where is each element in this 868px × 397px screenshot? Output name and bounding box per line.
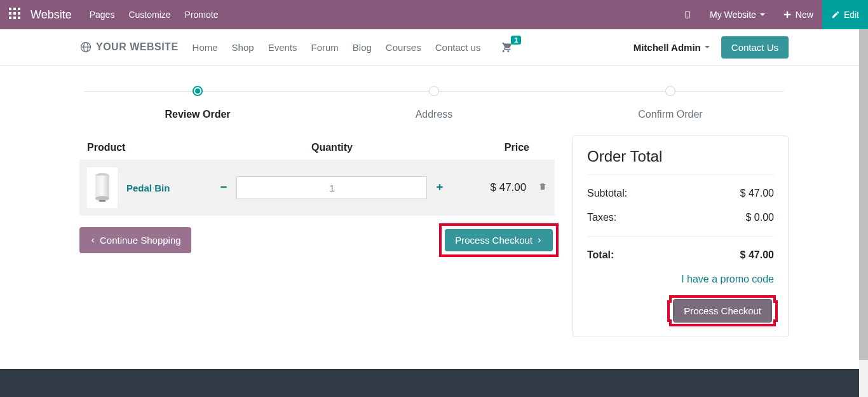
new-button[interactable]: New bbox=[774, 0, 822, 29]
col-product: Product bbox=[79, 136, 192, 160]
page-content: Review Order Address Confirm Order Produ… bbox=[72, 66, 796, 363]
pencil-icon bbox=[831, 10, 840, 19]
nav-events[interactable]: Events bbox=[268, 42, 297, 53]
step-review[interactable]: Review Order bbox=[79, 86, 316, 120]
svg-rect-13 bbox=[437, 186, 443, 187]
mobile-icon bbox=[683, 10, 692, 19]
nav-contact[interactable]: Contact us bbox=[435, 42, 481, 53]
top-menu-pages[interactable]: Pages bbox=[90, 10, 115, 20]
step-dot-icon bbox=[193, 86, 203, 96]
col-price: Price bbox=[472, 136, 555, 160]
cart-table: Product Quantity Price bbox=[79, 136, 555, 216]
nav-forum[interactable]: Forum bbox=[311, 42, 338, 53]
summary-title: Order Total bbox=[587, 148, 774, 165]
scrollbar-thumb[interactable] bbox=[859, 29, 868, 360]
table-row: Pedal Bin bbox=[79, 160, 555, 216]
site-nav: YOUR WEBSITE Home Shop Events Forum Blog… bbox=[0, 29, 868, 66]
svg-rect-3 bbox=[784, 14, 791, 15]
checkout-steps: Review Order Address Confirm Order bbox=[79, 86, 789, 120]
line-price: $ 47.00 bbox=[491, 181, 527, 193]
process-checkout-label: Process Checkout bbox=[455, 235, 532, 246]
edit-button[interactable]: Edit bbox=[822, 0, 868, 29]
remove-line-button[interactable] bbox=[538, 181, 547, 193]
apps-icon[interactable] bbox=[9, 8, 23, 22]
site-nav-links: Home Shop Events Forum Blog Courses Cont… bbox=[193, 42, 481, 53]
chevron-left-icon bbox=[90, 236, 96, 245]
total-label: Total: bbox=[587, 249, 614, 261]
top-bar: Website Pages Customize Promote My Websi… bbox=[0, 0, 868, 29]
globe-icon bbox=[79, 41, 92, 53]
step-label: Review Order bbox=[79, 109, 316, 120]
qty-decrease-button[interactable] bbox=[217, 181, 230, 195]
nav-courses[interactable]: Courses bbox=[386, 42, 421, 53]
subtotal-label: Subtotal: bbox=[587, 188, 627, 199]
cart-column: Product Quantity Price bbox=[79, 136, 555, 253]
highlight-annotation: Process Checkout bbox=[443, 227, 555, 253]
order-summary: Order Total Subtotal: $ 47.00 Taxes: $ 0… bbox=[573, 136, 789, 337]
taxes-label: Taxes: bbox=[587, 212, 616, 223]
summary-column: Order Total Subtotal: $ 47.00 Taxes: $ 0… bbox=[573, 136, 789, 337]
top-right: My Website New Edit bbox=[674, 0, 868, 29]
svg-rect-11 bbox=[221, 186, 227, 187]
summary-checkout-button[interactable]: Process Checkout bbox=[673, 299, 772, 323]
user-name: Mitchell Admin bbox=[634, 42, 701, 53]
site-logo[interactable]: YOUR WEBSITE bbox=[79, 41, 179, 53]
nav-shop[interactable]: Shop bbox=[232, 42, 254, 53]
continue-shopping-label: Continue Shopping bbox=[100, 235, 181, 246]
app-brand[interactable]: Website bbox=[31, 8, 72, 22]
highlight-annotation: Process Checkout bbox=[671, 304, 774, 318]
qty-increase-button[interactable] bbox=[433, 181, 446, 195]
step-dot-icon bbox=[665, 86, 675, 96]
plus-icon bbox=[435, 183, 444, 192]
divider bbox=[587, 174, 774, 175]
scrollbar[interactable] bbox=[859, 29, 868, 397]
step-dot-icon bbox=[429, 86, 439, 96]
contact-us-button[interactable]: Contact Us bbox=[721, 36, 789, 59]
step-label: Confirm Order bbox=[552, 109, 789, 120]
nav-blog[interactable]: Blog bbox=[353, 42, 372, 53]
chevron-down-icon bbox=[705, 46, 710, 48]
step-confirm[interactable]: Confirm Order bbox=[552, 86, 789, 120]
minus-icon bbox=[219, 183, 228, 192]
total-value: $ 47.00 bbox=[740, 249, 774, 261]
cart-actions: Continue Shopping Process Checkout bbox=[79, 227, 555, 253]
my-website-dropdown[interactable]: My Website bbox=[701, 0, 774, 29]
pedal-bin-icon bbox=[93, 172, 112, 204]
step-label: Address bbox=[316, 109, 552, 120]
taxes-value: $ 0.00 bbox=[746, 212, 774, 223]
subtotal-value: $ 47.00 bbox=[740, 188, 774, 199]
svg-rect-8 bbox=[95, 176, 109, 198]
edit-label: Edit bbox=[844, 10, 859, 20]
continue-shopping-button[interactable]: Continue Shopping bbox=[79, 227, 191, 253]
cart-count-badge: 1 bbox=[511, 36, 521, 45]
nav-home[interactable]: Home bbox=[193, 42, 218, 53]
trash-icon bbox=[538, 182, 547, 191]
qty-input[interactable] bbox=[236, 176, 427, 199]
divider bbox=[587, 236, 774, 237]
process-checkout-button[interactable]: Process Checkout bbox=[445, 229, 553, 251]
product-name-link[interactable]: Pedal Bin bbox=[126, 183, 170, 193]
step-address[interactable]: Address bbox=[316, 86, 552, 120]
cart-link[interactable]: 1 bbox=[499, 41, 512, 54]
mobile-preview-button[interactable] bbox=[674, 0, 701, 29]
quantity-stepper bbox=[200, 176, 465, 199]
top-menu-customize[interactable]: Customize bbox=[128, 10, 170, 20]
my-website-label: My Website bbox=[710, 10, 756, 20]
new-label: New bbox=[796, 10, 813, 20]
page-footer bbox=[0, 369, 868, 397]
top-menu-promote[interactable]: Promote bbox=[185, 10, 219, 20]
top-menu: Pages Customize Promote bbox=[90, 10, 219, 20]
chevron-right-icon bbox=[536, 236, 543, 245]
plus-icon bbox=[783, 10, 792, 19]
product-image[interactable] bbox=[87, 167, 118, 208]
col-quantity: Quantity bbox=[192, 136, 472, 160]
svg-rect-10 bbox=[99, 200, 105, 202]
chevron-down-icon bbox=[760, 13, 765, 16]
promo-code-link[interactable]: I have a promo code bbox=[681, 274, 774, 284]
user-dropdown[interactable]: Mitchell Admin bbox=[634, 42, 710, 53]
site-logo-text: YOUR WEBSITE bbox=[96, 41, 179, 53]
